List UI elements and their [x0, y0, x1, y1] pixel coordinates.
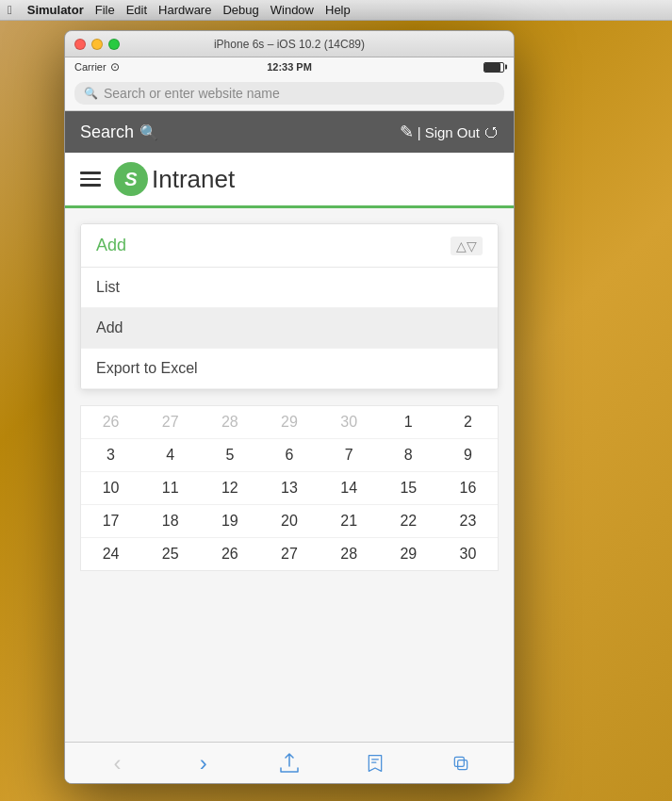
dropdown-header[interactable]: Add △▽	[81, 224, 498, 268]
calendar-cell[interactable]: 28	[320, 538, 379, 570]
wifi-icon: ⊙	[110, 60, 120, 74]
search-button[interactable]: Search 🔍	[80, 123, 158, 142]
calendar-cell[interactable]: 3	[81, 439, 140, 471]
calendar-cell[interactable]: 16	[438, 472, 498, 504]
maximize-button[interactable]	[108, 39, 120, 50]
calendar-cell[interactable]: 6	[259, 439, 319, 471]
iphone-frame: Carrier ⊙ 12:33 PM 🔍 Search or enter web…	[65, 57, 514, 783]
calendar-cell[interactable]: 10	[81, 472, 140, 504]
dropdown-selected-label: Add	[96, 236, 126, 255]
forward-button[interactable]: ›	[183, 743, 224, 784]
menubar-hardware[interactable]: Hardware	[158, 3, 211, 17]
calendar-cell[interactable]: 20	[259, 505, 319, 537]
carrier-label: Carrier	[74, 61, 107, 73]
svg-rect-1	[458, 760, 467, 769]
safari-search-icon: 🔍	[84, 87, 98, 100]
calendar-cell[interactable]: 8	[379, 439, 438, 471]
mac-menubar:  Simulator File Edit Hardware Debug Win…	[0, 0, 672, 21]
simulator-window: iPhone 6s – iOS 10.2 (14C89) Carrier ⊙ 1…	[64, 30, 515, 784]
brand-name: Intranet	[152, 165, 235, 194]
dropdown-arrow-icon: △▽	[451, 237, 483, 255]
logo-circle: S	[114, 162, 148, 196]
statusbar-left: Carrier ⊙	[74, 60, 120, 74]
menubar-help[interactable]: Help	[325, 3, 351, 17]
calendar-cell[interactable]: 9	[438, 439, 498, 471]
close-button[interactable]	[74, 39, 86, 50]
battery-icon	[484, 62, 504, 73]
calendar-cell[interactable]: 15	[379, 472, 438, 504]
app-brandbar: S Intranet	[65, 153, 514, 208]
calendar-cell[interactable]: 27	[259, 538, 319, 570]
signin-area[interactable]: ✎ | Sign Out ⭯	[400, 122, 499, 142]
safari-addressbar: 🔍 Search or enter website name	[65, 76, 514, 111]
menubar-simulator[interactable]: Simulator	[27, 3, 84, 17]
bookmarks-button[interactable]	[354, 743, 396, 784]
dropdown-item-add[interactable]: Add	[81, 308, 498, 349]
calendar-cell[interactable]: 24	[81, 538, 140, 570]
menubar-file[interactable]: File	[95, 3, 115, 17]
calendar-cell[interactable]: 4	[140, 439, 200, 471]
calendar-cell-today[interactable]: 12	[200, 472, 259, 504]
calendar-cell[interactable]: 28	[200, 406, 259, 438]
hamburger-menu-icon[interactable]	[80, 172, 101, 187]
calendar-cell[interactable]: 30	[320, 406, 379, 438]
separator: |	[418, 124, 421, 140]
menubar-window[interactable]: Window	[270, 3, 314, 17]
calendar-cell[interactable]: 11	[140, 472, 200, 504]
calendar-cell[interactable]: 29	[379, 538, 438, 570]
today-indicator: 12	[221, 480, 238, 497]
statusbar-right	[484, 62, 504, 73]
battery-fill	[484, 63, 500, 72]
calendar-cell[interactable]: 13	[259, 472, 319, 504]
window-titlebar: iPhone 6s – iOS 10.2 (14C89)	[65, 31, 514, 57]
apple-logo-icon: 	[8, 3, 12, 17]
window-title: iPhone 6s – iOS 10.2 (14C89)	[214, 38, 365, 51]
minimize-button[interactable]	[91, 39, 103, 50]
menubar-edit[interactable]: Edit	[126, 3, 147, 17]
ios-toolbar: ‹ ›	[65, 742, 514, 783]
safari-search-field[interactable]: 🔍 Search or enter website name	[74, 82, 504, 105]
calendar-row-1: 3 4 5 6 7 8 9	[81, 439, 498, 472]
logo-letter: S	[124, 169, 137, 190]
calendar-cell[interactable]: 27	[140, 406, 200, 438]
calendar-cell[interactable]: 14	[320, 472, 379, 504]
calendar-grid: 26 27 28 29 30 1 2 3 4 5 6 7	[80, 405, 499, 571]
calendar-cell[interactable]: 26	[200, 538, 259, 570]
window-controls	[74, 39, 120, 50]
app-content: Add △▽ List Add Export to Excel	[65, 208, 514, 742]
calendar-cell[interactable]: 23	[438, 505, 498, 537]
calendar-cell[interactable]: 2	[438, 406, 498, 438]
calendar-row-4: 24 25 26 27 28 29 30	[81, 538, 498, 570]
calendar-cell[interactable]: 17	[81, 505, 140, 537]
clock: 12:33 PM	[267, 61, 312, 73]
share-button[interactable]	[269, 743, 310, 784]
search-label: Search	[80, 123, 134, 142]
calendar-cell[interactable]: 25	[140, 538, 200, 570]
calendar-row-3: 17 18 19 20 21 22 23	[81, 505, 498, 538]
menubar-debug[interactable]: Debug	[222, 3, 258, 17]
calendar-cell[interactable]: 19	[200, 505, 259, 537]
app-header: Search 🔍 ✎ | Sign Out ⭯	[65, 111, 514, 153]
calendar-cell[interactable]: 30	[438, 538, 498, 570]
calendar-cell[interactable]: 1	[379, 406, 438, 438]
signout-icon: ⭯	[484, 123, 499, 140]
dropdown-item-list[interactable]: List	[81, 268, 498, 308]
calendar-cell[interactable]: 29	[259, 406, 319, 438]
calendar-row-2: 10 11 12 13 14 15 16	[81, 472, 498, 505]
calendar-cell[interactable]: 5	[200, 439, 259, 471]
signin-label: Sign Out	[425, 124, 480, 140]
calendar-cell[interactable]: 22	[379, 505, 438, 537]
tabs-button[interactable]	[440, 743, 482, 784]
svg-rect-0	[455, 757, 465, 766]
safari-search-placeholder: Search or enter website name	[104, 86, 280, 101]
calendar-container: 26 27 28 29 30 1 2 3 4 5 6 7	[65, 405, 514, 580]
calendar-cell[interactable]: 21	[320, 505, 379, 537]
calendar-cell[interactable]: 7	[320, 439, 379, 471]
dropdown-item-export[interactable]: Export to Excel	[81, 349, 498, 389]
calendar-cell[interactable]: 26	[81, 406, 140, 438]
person-icon: ✎	[400, 122, 414, 142]
brand-logo: S Intranet	[114, 162, 235, 196]
back-button[interactable]: ‹	[97, 743, 139, 784]
ios-statusbar: Carrier ⊙ 12:33 PM	[65, 57, 514, 76]
calendar-cell[interactable]: 18	[140, 505, 200, 537]
